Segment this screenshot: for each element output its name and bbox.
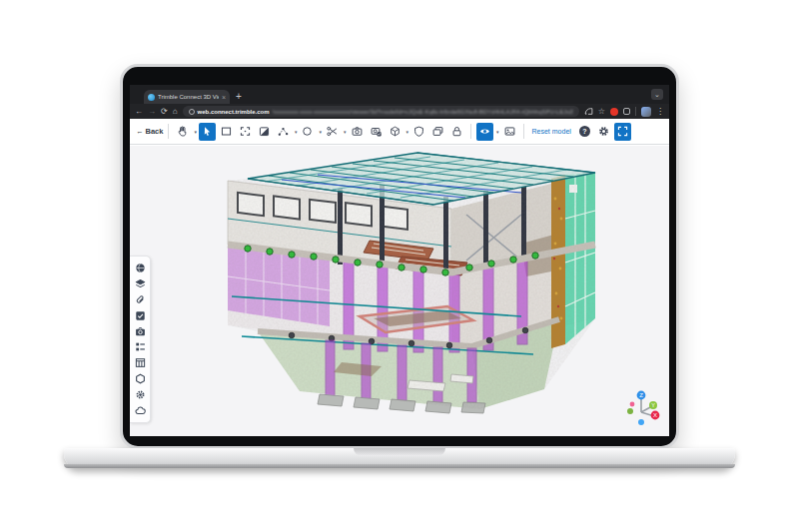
- browser-tab-active[interactable]: Trimble Connect 3D Viewer ×: [144, 90, 230, 104]
- axis-neg-y[interactable]: [627, 408, 633, 414]
- lock-icon: [450, 125, 463, 138]
- snapshot-button[interactable]: [349, 123, 366, 141]
- cast-icon[interactable]: [584, 107, 593, 116]
- todo-check-icon: [135, 310, 146, 321]
- ghost-mode-button[interactable]: [410, 123, 427, 141]
- fullscreen-button[interactable]: [614, 123, 631, 141]
- camera-check-icon: [370, 125, 383, 138]
- laptop-notch: [354, 448, 445, 456]
- section-cut-button[interactable]: [324, 123, 341, 141]
- sidebar-item-todos[interactable]: [134, 309, 147, 322]
- image-icon: [503, 125, 516, 138]
- eye-icon: [478, 125, 491, 138]
- multi-window-button[interactable]: [429, 123, 446, 141]
- axis-neg-x[interactable]: [630, 402, 635, 407]
- model-3d-view[interactable]: [222, 149, 621, 434]
- contrast-tool-button[interactable]: [256, 123, 273, 141]
- address-bar[interactable]: web.connect.trimble.com /xxxxxxxx-xxxx-x…: [183, 106, 579, 117]
- marquee-rect-icon: [220, 125, 233, 138]
- site-info-icon[interactable]: [189, 109, 195, 115]
- url-path-blurred: /xxxxxxxx-xxxx-xxxxxxxxxxxx/viewer/3d?mo…: [273, 109, 573, 115]
- camera-icon: [135, 326, 146, 337]
- sidebar-item-attachments[interactable]: [134, 293, 147, 306]
- new-tab-button[interactable]: +: [236, 90, 242, 103]
- sidebar-item-clashsets[interactable]: [134, 340, 147, 353]
- back-nav-icon[interactable]: ←: [135, 108, 143, 116]
- axis-x[interactable]: X: [651, 411, 660, 420]
- caret-down-icon[interactable]: ▾: [319, 129, 322, 135]
- axis-neg-z[interactable]: [638, 419, 644, 425]
- snapshot-markup-button[interactable]: [368, 123, 385, 141]
- sidebar-item-layers[interactable]: [134, 277, 147, 290]
- measure-icon: [277, 125, 290, 138]
- browser-window: Trimble Connect 3D Viewer × + ⌄ ← → ⟳ ⌂ …: [130, 85, 669, 436]
- home-icon[interactable]: ⌂: [173, 108, 178, 116]
- axis-gizmo[interactable]: Z Y X: [625, 386, 661, 426]
- clash-list-icon: [135, 341, 146, 352]
- sidebar-item-sphere[interactable]: [134, 262, 147, 274]
- settings-button[interactable]: [595, 123, 612, 141]
- visibility-button-active[interactable]: [476, 123, 493, 141]
- trimble-connect-favicon: [148, 94, 155, 101]
- sidebar-item-extensions[interactable]: [134, 372, 147, 385]
- svg-text:Y: Y: [651, 402, 655, 408]
- extension-icon[interactable]: [623, 108, 630, 115]
- tab-close-icon[interactable]: ×: [222, 94, 226, 101]
- viewer-sidebar: [130, 256, 151, 423]
- sidebar-item-sync[interactable]: [134, 404, 147, 417]
- table-icon: [135, 357, 146, 368]
- media-button[interactable]: [501, 123, 518, 141]
- crop-select-button[interactable]: [237, 123, 254, 141]
- sidebar-item-organizer[interactable]: [134, 356, 147, 369]
- axis-y[interactable]: Y: [649, 401, 657, 409]
- shield-icon: [412, 125, 425, 138]
- lock-button[interactable]: [448, 123, 465, 141]
- bookmark-star-icon[interactable]: ☆: [598, 108, 605, 116]
- svg-text:Z: Z: [639, 392, 643, 398]
- browser-tabstrip: Trimble Connect 3D Viewer × + ⌄: [130, 85, 669, 104]
- back-button[interactable]: ← Back: [136, 123, 163, 141]
- corner-marquee-icon: [239, 125, 252, 138]
- axis-z[interactable]: Z: [637, 391, 646, 400]
- help-button[interactable]: ?: [576, 123, 593, 141]
- profile-avatar[interactable]: [641, 107, 651, 117]
- sidebar-item-views[interactable]: [134, 325, 147, 338]
- caret-down-icon[interactable]: ▾: [194, 129, 197, 135]
- layers-icon: [135, 278, 146, 289]
- caret-down-icon[interactable]: ▾: [406, 129, 409, 135]
- viewer-toolbar: ← Back ▾ ▾: [130, 119, 669, 145]
- select-tool-button-active[interactable]: [199, 123, 216, 141]
- cloud-icon: [135, 405, 146, 416]
- shape-tool-button[interactable]: [299, 123, 316, 141]
- wire-cube-icon: [389, 125, 401, 138]
- divider: [470, 124, 471, 139]
- hand-icon: [176, 125, 189, 138]
- back-label: Back: [146, 127, 164, 136]
- paperclip-icon: [135, 294, 146, 305]
- gear-icon: [135, 389, 146, 400]
- measure-tool-button[interactable]: [275, 123, 292, 141]
- caret-down-icon[interactable]: ▾: [496, 129, 499, 135]
- marquee-select-button[interactable]: [218, 123, 235, 141]
- page: Trimble Connect 3D Viewer × + ⌄ ← → ⟳ ⌂ …: [0, 0, 799, 532]
- reset-model-button[interactable]: Reset model: [529, 128, 574, 135]
- tab-search-chevron-icon[interactable]: ⌄: [651, 89, 663, 100]
- pointer-icon: [201, 125, 214, 138]
- reload-icon[interactable]: ⟳: [161, 108, 168, 116]
- overlapping-windows-icon: [431, 125, 444, 138]
- view-cube-button[interactable]: [387, 123, 403, 141]
- caret-down-icon[interactable]: ▾: [344, 129, 347, 135]
- divider: [523, 124, 524, 139]
- viewer-canvas[interactable]: Z Y X: [130, 146, 669, 436]
- extension-red-icon[interactable]: [610, 108, 618, 116]
- sphere-icon: [135, 263, 146, 273]
- caret-down-icon[interactable]: ▾: [295, 129, 298, 135]
- url-host: web.connect.trimble.com: [198, 109, 270, 115]
- sidebar-item-settings[interactable]: [134, 388, 147, 401]
- browser-menu-icon[interactable]: ⋮: [656, 108, 664, 116]
- pan-tool-button[interactable]: [174, 123, 191, 141]
- svg-text:X: X: [653, 412, 657, 418]
- gear-icon: [597, 125, 610, 138]
- forward-nav-icon[interactable]: →: [148, 108, 156, 116]
- half-filled-square-icon: [258, 125, 271, 138]
